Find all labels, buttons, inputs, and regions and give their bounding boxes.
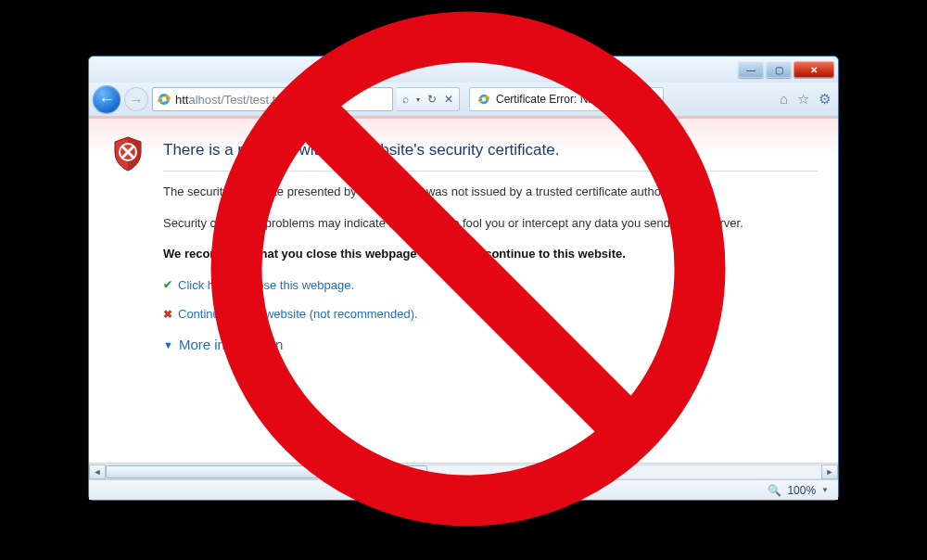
scroll-right-button[interactable]: ► [821, 465, 838, 479]
arrow-left-icon: ← [98, 90, 115, 109]
address-bar-tools: ⌕ ▾ ↻ ✕ [397, 87, 460, 111]
minimize-button[interactable] [738, 61, 764, 78]
continue-link[interactable]: ✖ Continue to this website (not recommen… [163, 305, 818, 324]
page-title: There is a problem with this website's s… [163, 141, 818, 159]
home-icon[interactable]: ⌂ [780, 91, 788, 108]
warning-shield-icon: ✖ [163, 306, 172, 323]
maximize-button[interactable] [766, 61, 792, 78]
zoom-dropdown-icon[interactable]: ▼ [821, 486, 829, 494]
tab-title: Certificate Error: Navigation... [496, 93, 641, 106]
check-shield-icon: ✔ [163, 276, 172, 293]
forward-button[interactable]: → [124, 87, 148, 111]
status-bar: 🔍 100% ▼ [89, 479, 838, 500]
star-icon[interactable]: ☆ [797, 91, 809, 108]
navigation-bar: ← → httalhost/Test/test.txt ⌕ ▾ ↻ ✕ Cert… [89, 83, 838, 116]
scroll-track[interactable] [106, 465, 821, 479]
shield-error-icon [109, 135, 146, 172]
divider [163, 171, 818, 172]
browser-window: ← → httalhost/Test/test.txt ⌕ ▾ ↻ ✕ Cert… [88, 56, 839, 501]
scroll-left-button[interactable]: ◄ [89, 465, 106, 479]
dropdown-icon[interactable]: ▾ [416, 95, 420, 104]
url-text: httalhost/Test/test.txt [175, 93, 286, 107]
certificate-error-page: There is a problem with this website's s… [89, 117, 838, 463]
search-icon[interactable]: ⌕ [402, 93, 409, 106]
close-webpage-link[interactable]: ✔ Click here to close this webpage. [163, 276, 818, 295]
close-webpage-label: Click here to close this webpage. [178, 276, 354, 295]
chevron-down-icon: ▼ [163, 337, 173, 353]
scroll-thumb[interactable] [106, 465, 427, 478]
address-bar[interactable]: httalhost/Test/test.txt [152, 87, 393, 111]
close-window-button[interactable] [794, 61, 834, 78]
zoom-icon[interactable]: 🔍 [768, 484, 781, 497]
title-bar [89, 57, 838, 83]
gear-icon[interactable]: ⚙ [819, 91, 831, 108]
more-information-label: More information [179, 335, 284, 356]
tab-cert-error[interactable]: Certificate Error: Navigation... ✕ [469, 87, 664, 111]
stop-button[interactable]: ✕ [444, 93, 453, 106]
ie-icon [477, 93, 490, 106]
zoom-level[interactable]: 100% [787, 484, 816, 497]
svg-point-2 [162, 97, 167, 102]
refresh-button[interactable]: ↻ [427, 93, 437, 106]
horizontal-scrollbar[interactable]: ◄ ► [89, 463, 838, 479]
continue-label: Continue to this website (not recommende… [178, 305, 418, 324]
arrow-right-icon: → [130, 92, 144, 108]
content-area: There is a problem with this website's s… [89, 116, 838, 500]
cert-recommendation: We recommend that you close this webpage… [163, 245, 818, 263]
cert-message-2: Security certificate problems may indica… [163, 214, 818, 233]
close-tab-button[interactable]: ✕ [647, 94, 655, 106]
more-information-toggle[interactable]: ▼ More information [163, 335, 818, 356]
command-bar: ⌂ ☆ ⚙ [780, 91, 831, 108]
svg-point-5 [482, 97, 486, 101]
back-button[interactable]: ← [93, 85, 121, 113]
cert-message-1: The security certificate presented by th… [163, 183, 818, 201]
ie-icon [157, 92, 171, 107]
